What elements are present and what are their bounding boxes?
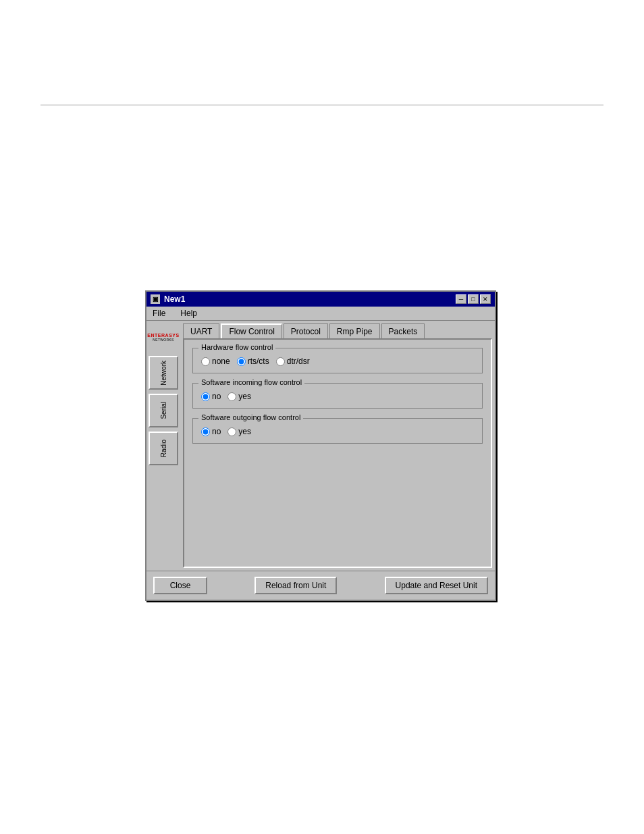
tab-packets[interactable]: Packets	[381, 323, 425, 338]
page-background: ▣ New1 ─ □ ✕ File Help ENTERASYS NETWORK…	[0, 0, 644, 834]
window-icon: ▣	[151, 294, 160, 304]
sw-in-yes-label[interactable]: yes	[227, 392, 251, 401]
software-in-flow-legend: Software incoming flow control	[198, 378, 304, 386]
sidebar-radio-label: Radio	[160, 440, 167, 457]
title-bar: ▣ New1 ─ □ ✕	[146, 292, 495, 307]
window-title: New1	[164, 294, 185, 304]
sidebar-item-radio[interactable]: Radio	[149, 432, 178, 465]
sidebar-item-network[interactable]: Network	[149, 356, 178, 390]
tab-flow-control[interactable]: Flow Control	[221, 323, 281, 338]
software-in-radio-row: no yes	[201, 389, 474, 401]
close-button[interactable]: Close	[153, 577, 207, 594]
tabs-row: UART Flow Control Protocol Rmp Pipe Pack…	[183, 323, 492, 338]
logo-main: ENTERASYS	[147, 333, 179, 338]
menu-bar: File Help	[146, 307, 495, 321]
tab-rmp-pipe[interactable]: Rmp Pipe	[329, 323, 380, 338]
hw-dtrdsr-label[interactable]: dtr/dsr	[276, 357, 310, 366]
logo-sub: NETWORKS	[153, 338, 173, 342]
hw-none-radio[interactable]	[201, 357, 210, 366]
update-reset-button[interactable]: Update and Reset Unit	[385, 577, 488, 594]
close-button[interactable]: ✕	[480, 294, 491, 304]
hw-rtscts-label[interactable]: rts/cts	[237, 357, 269, 366]
software-in-flow-control-group: Software incoming flow control no yes	[192, 383, 483, 409]
main-content: UART Flow Control Protocol Rmp Pipe Pack…	[180, 321, 495, 571]
sidebar-item-serial[interactable]: Serial	[149, 394, 178, 427]
software-out-radio-row: no yes	[201, 424, 474, 436]
title-controls: ─ □ ✕	[456, 294, 491, 304]
software-out-flow-control-group: Software outgoing flow control no yes	[192, 418, 483, 444]
sw-out-yes-label[interactable]: yes	[227, 427, 251, 436]
menu-file[interactable]: File	[151, 308, 167, 319]
sidebar: ENTERASYS NETWORKS Network Serial Radio	[146, 321, 180, 571]
title-bar-left: ▣ New1	[151, 294, 185, 304]
hardware-flow-legend: Hardware flow control	[198, 343, 275, 351]
bottom-bar: Close Reload from Unit Update and Reset …	[146, 571, 495, 600]
reload-button[interactable]: Reload from Unit	[254, 577, 337, 594]
main-window: ▣ New1 ─ □ ✕ File Help ENTERASYS NETWORK…	[145, 290, 496, 601]
hw-none-label[interactable]: none	[201, 357, 230, 366]
top-divider	[41, 105, 603, 105]
sw-out-yes-radio[interactable]	[227, 427, 236, 436]
sidebar-network-label: Network	[160, 361, 167, 386]
sw-in-no-radio[interactable]	[201, 392, 210, 401]
software-out-flow-legend: Software outgoing flow control	[198, 413, 303, 421]
sw-out-no-radio[interactable]	[201, 427, 210, 436]
tab-content: Hardware flow control none rts/cts	[183, 338, 492, 568]
hw-dtrdsr-radio[interactable]	[276, 357, 285, 366]
sidebar-serial-label: Serial	[160, 402, 167, 419]
sw-out-no-label[interactable]: no	[201, 427, 221, 436]
tab-protocol[interactable]: Protocol	[284, 323, 328, 338]
sw-in-no-label[interactable]: no	[201, 392, 221, 401]
maximize-button[interactable]: □	[468, 294, 479, 304]
hardware-radio-row: none rts/cts dtr/dsr	[201, 354, 474, 366]
hardware-flow-control-group: Hardware flow control none rts/cts	[192, 348, 483, 373]
tab-uart[interactable]: UART	[183, 323, 219, 338]
logo-area: ENTERASYS NETWORKS	[149, 323, 178, 350]
minimize-button[interactable]: ─	[456, 294, 466, 304]
window-body: ENTERASYS NETWORKS Network Serial Radio	[146, 321, 495, 571]
menu-help[interactable]: Help	[178, 308, 199, 319]
hw-rtscts-radio[interactable]	[237, 357, 246, 366]
sw-in-yes-radio[interactable]	[227, 392, 236, 401]
